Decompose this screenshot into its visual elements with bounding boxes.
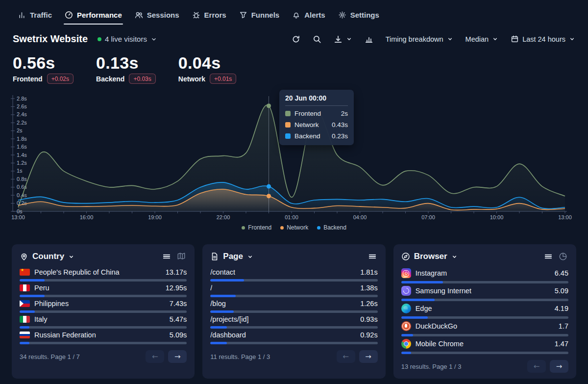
row-value: 13.17s [166, 268, 187, 276]
tab-funnels[interactable]: Funnels [239, 11, 280, 25]
svg-text:1s: 1s [17, 168, 23, 174]
tab-performance[interactable]: Performance [65, 11, 122, 25]
row-value: 4.19 [555, 305, 568, 312]
row-label: DuckDuckGo [416, 322, 457, 330]
list-item[interactable]: /blog1.26s [210, 297, 377, 313]
row-value: 5.09 [555, 287, 568, 295]
list-item[interactable]: People's Republic of China13.17s [20, 266, 187, 282]
list-item[interactable]: DuckDuckGo1.7 [401, 319, 568, 336]
metric-network[interactable]: 0.04s Network +0.01s [178, 53, 237, 84]
row-value: 6.45 [555, 269, 568, 277]
next-page-button[interactable]: → [550, 360, 568, 373]
flag-ru-icon [20, 332, 30, 338]
svg-text:1.2s: 1.2s [17, 160, 27, 166]
chart-legend: FrontendNetworkBackend [0, 224, 588, 231]
list-view-icon[interactable] [161, 251, 172, 262]
tab-label: Performance [77, 11, 122, 19]
series-swatch-icon [285, 133, 291, 139]
tab-settings[interactable]: Settings [338, 11, 379, 25]
panel-title-country[interactable]: Country [32, 252, 64, 261]
metric-backend[interactable]: 0.13s Backend +0.03s [96, 53, 156, 84]
progress-track [210, 342, 377, 344]
list-view-icon[interactable] [367, 251, 378, 262]
list-item[interactable]: Philippines7.43s [20, 297, 187, 313]
svg-text:13:00: 13:00 [11, 214, 25, 220]
search-button[interactable] [313, 35, 321, 44]
settings-icon [338, 11, 346, 19]
pie-view-icon[interactable] [558, 251, 568, 262]
progress-fill [210, 342, 227, 344]
tab-label: Settings [350, 11, 379, 19]
tab-label: Sessions [147, 11, 179, 19]
svg-text:1.8s: 1.8s [17, 136, 27, 142]
row-value: 0.92s [360, 331, 377, 339]
page-header: Swetrix Website 4 live visitors Timing b… [0, 25, 588, 47]
traffic-icon [18, 11, 26, 19]
chevron-down-icon [68, 254, 74, 260]
list-item[interactable]: /contact1.81s [210, 266, 377, 282]
chart-type-button[interactable] [365, 35, 373, 44]
list-item[interactable]: Samsung Internet5.09 [401, 283, 568, 301]
prev-page-button[interactable]: ← [337, 350, 355, 363]
series-name: Backend [294, 132, 320, 140]
prev-page-button[interactable]: ← [527, 360, 546, 373]
next-page-button[interactable]: → [168, 350, 187, 363]
refresh-button[interactable] [292, 35, 300, 44]
tab-errors[interactable]: Errors [192, 11, 226, 25]
funnels-icon [239, 11, 247, 19]
series-swatch-icon [285, 111, 291, 116]
browser-edge-icon [401, 304, 411, 313]
results-count: 13 results. Page 1 / 3 [401, 363, 462, 370]
legend-item-network[interactable]: Network [280, 224, 308, 231]
prev-page-button[interactable]: ← [146, 350, 164, 363]
list-item[interactable]: Instagram6.45 [401, 266, 568, 283]
metric-delta-badge: +0.03s [129, 74, 155, 84]
aggregation-dropdown[interactable]: Median [466, 35, 499, 43]
flag-ph-icon [20, 300, 30, 307]
legend-item-frontend[interactable]: Frontend [242, 224, 271, 231]
list-item[interactable]: /1.38s [210, 282, 377, 297]
chevron-down-icon [346, 36, 352, 42]
row-label: Instagram [416, 269, 447, 277]
chevron-down-icon [150, 36, 157, 43]
chevron-down-icon [451, 254, 458, 260]
legend-item-backend[interactable]: Backend [317, 224, 346, 231]
map-view-icon[interactable] [176, 251, 187, 262]
list-item[interactable]: /dashboard0.92s [210, 329, 377, 344]
list-item[interactable]: Mobile Chrome1.47 [401, 336, 568, 354]
list-item[interactable]: /projects/[id]0.93s [210, 313, 377, 329]
live-dot-icon [98, 37, 101, 41]
tab-alerts[interactable]: Alerts [292, 11, 325, 25]
list-item[interactable]: Peru12.95s [20, 282, 187, 297]
next-page-button[interactable]: → [359, 350, 378, 363]
metric-label: Backend [96, 75, 124, 83]
list-item[interactable]: Edge4.19 [401, 301, 568, 319]
export-button[interactable] [334, 35, 352, 44]
row-value: 5.09s [170, 331, 187, 339]
tab-sessions[interactable]: Sessions [135, 11, 179, 25]
list-view-icon[interactable] [543, 251, 554, 262]
svg-text:07:00: 07:00 [421, 214, 435, 220]
list-item[interactable]: Russian Federation5.09s [20, 329, 187, 344]
svg-text:16:00: 16:00 [80, 214, 94, 220]
tab-traffic[interactable]: Traffic [18, 11, 52, 25]
list-item[interactable]: Italy5.47s [20, 313, 187, 329]
series-name: Frontend [294, 110, 321, 117]
performance-chart[interactable]: 0s0.2s0.4s0.6s0.8s1s1.2s1.4s1.6s1.8s2s2.… [12, 93, 571, 220]
row-value: 1.81s [360, 268, 377, 276]
tab-label: Alerts [304, 11, 325, 19]
tooltip-row: Network0.43s [285, 119, 348, 130]
timing-breakdown-dropdown[interactable]: Timing breakdown [386, 35, 453, 43]
panel-title-browser[interactable]: Browser [414, 252, 447, 261]
date-range-dropdown[interactable]: Last 24 hours [511, 35, 575, 43]
toolbar: Timing breakdown Median Last 24 hours [292, 35, 575, 44]
panel-title-page[interactable]: Page [223, 252, 243, 261]
aggregation-label: Median [466, 35, 489, 43]
metric-frontend[interactable]: 0.56s Frontend +0.02s [13, 53, 74, 84]
svg-text:19:00: 19:00 [148, 214, 162, 220]
svg-text:2s: 2s [17, 128, 23, 133]
svg-text:2.8s: 2.8s [17, 96, 27, 102]
live-visitors-dropdown[interactable]: 4 live visitors [98, 35, 157, 43]
metric-label: Network [178, 75, 205, 83]
browser-instagram-icon [401, 268, 411, 278]
